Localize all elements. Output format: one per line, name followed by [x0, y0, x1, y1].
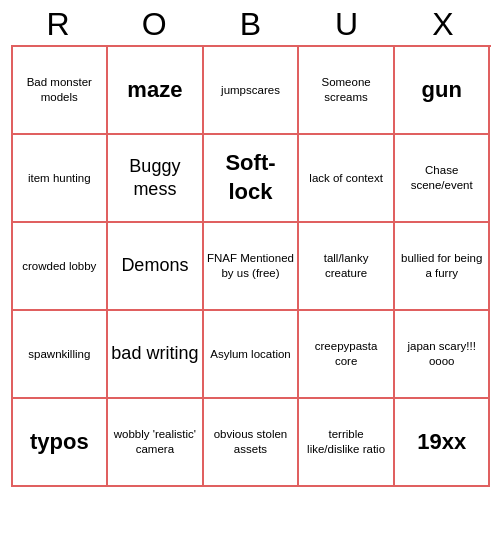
bingo-cell[interactable]: crowded lobby: [13, 223, 109, 311]
bingo-cell[interactable]: creepypasta core: [299, 311, 395, 399]
bingo-cell[interactable]: Buggy mess: [108, 135, 204, 223]
bingo-cell[interactable]: maze: [108, 47, 204, 135]
bingo-cell[interactable]: japan scary!!! oooo: [395, 311, 491, 399]
header-o: O: [109, 6, 199, 43]
bingo-cell[interactable]: Bad monster models: [13, 47, 109, 135]
bingo-cell[interactable]: typos: [13, 399, 109, 487]
bingo-cell[interactable]: spawnkilling: [13, 311, 109, 399]
bingo-cell[interactable]: lack of context: [299, 135, 395, 223]
bingo-cell[interactable]: gun: [395, 47, 491, 135]
bingo-header: R O B U X: [0, 0, 501, 45]
bingo-cell[interactable]: Soft-lock: [204, 135, 300, 223]
bingo-cell[interactable]: 19xx: [395, 399, 491, 487]
bingo-cell[interactable]: Asylum location: [204, 311, 300, 399]
bingo-cell[interactable]: bullied for being a furry: [395, 223, 491, 311]
bingo-cell[interactable]: jumpscares: [204, 47, 300, 135]
bingo-cell[interactable]: Someone screams: [299, 47, 395, 135]
bingo-cell[interactable]: terrible like/dislike ratio: [299, 399, 395, 487]
header-x: X: [398, 6, 488, 43]
bingo-cell[interactable]: item hunting: [13, 135, 109, 223]
header-u: U: [302, 6, 392, 43]
bingo-cell[interactable]: wobbly 'realistic' camera: [108, 399, 204, 487]
bingo-cell[interactable]: tall/lanky creature: [299, 223, 395, 311]
bingo-cell[interactable]: bad writing: [108, 311, 204, 399]
bingo-cell[interactable]: FNAF Mentioned by us (free): [204, 223, 300, 311]
bingo-cell[interactable]: Demons: [108, 223, 204, 311]
bingo-cell[interactable]: Chase scene/event: [395, 135, 491, 223]
header-r: R: [13, 6, 103, 43]
bingo-grid: Bad monster modelsmazejumpscaresSomeone …: [11, 45, 491, 487]
header-b: B: [205, 6, 295, 43]
bingo-cell[interactable]: obvious stolen assets: [204, 399, 300, 487]
